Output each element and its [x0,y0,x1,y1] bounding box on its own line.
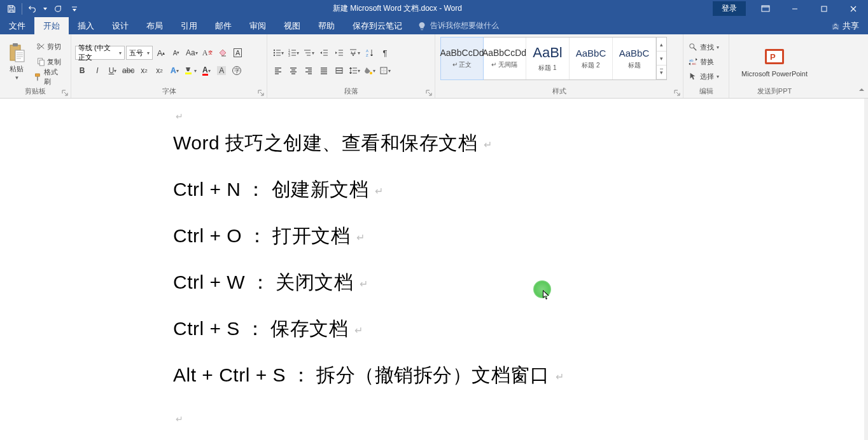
minimize-icon[interactable] [780,0,809,17]
font-color-icon[interactable]: A▾ [199,64,213,78]
font-name-combo[interactable]: 等线 (中文正文▾ [75,46,125,60]
highlight-icon[interactable]: ▾ [183,64,198,78]
shrink-font-icon[interactable]: A▾ [169,46,183,60]
doc-line-5: Ctrl + S ： 保存文档↵ [173,316,564,342]
numbering-icon[interactable]: 123▾ [286,46,300,60]
find-button[interactable]: 查找▾ [686,40,722,54]
redo-icon[interactable] [50,2,66,16]
svg-rect-4 [13,43,18,46]
format-painter-button[interactable]: 格式刷 [31,70,67,84]
tab-home[interactable]: 开始 [34,17,69,34]
multilevel-list-icon[interactable]: ▾ [302,46,316,60]
change-case-icon[interactable]: Aa▾ [185,46,199,60]
enclose-characters-icon[interactable]: 字 [230,64,244,78]
decrease-indent-icon[interactable] [317,46,331,60]
qat-customize-icon[interactable] [67,2,82,16]
tell-me-search[interactable]: 告诉我你想要做什么 [411,17,499,34]
doc-line-3: Ctrl + O ： 打开文档↵ [173,223,564,249]
replace-button[interactable]: abac替换 [686,55,722,69]
cut-button[interactable]: 剪切 [31,39,67,53]
quick-access-toolbar [0,2,82,16]
tab-review[interactable]: 审阅 [241,17,275,34]
group-label-paragraph: 段落 [267,86,435,98]
save-icon[interactable] [4,2,19,16]
tab-insert[interactable]: 插入 [69,17,103,34]
powerpoint-icon: P [764,46,785,67]
subscript-icon[interactable]: x2 [137,64,151,78]
styles-launcher-icon[interactable] [673,88,682,97]
share-icon [831,22,840,31]
tab-save-cloud[interactable]: 保存到云笔记 [344,17,411,34]
align-left-icon[interactable] [271,64,285,78]
share-button[interactable]: 共享 [822,17,868,34]
svg-text:A: A [366,49,368,53]
paragraph-launcher-icon[interactable] [424,88,433,97]
close-icon[interactable] [839,0,868,17]
font-size-combo[interactable]: 五号▾ [126,46,153,60]
style-heading1[interactable]: AaBl标题 1 [526,38,570,79]
bold-icon[interactable]: B [75,64,89,78]
svg-point-9 [274,50,275,51]
clear-formatting-icon[interactable] [216,46,230,60]
undo-dropdown-icon[interactable] [41,2,49,16]
align-center-icon[interactable] [286,64,300,78]
clipboard-launcher-icon[interactable] [60,88,69,97]
tab-mailings[interactable]: 邮件 [206,17,241,34]
justify-icon[interactable] [317,64,331,78]
line-spacing-icon[interactable]: ▾ [347,64,361,78]
show-paragraph-marks-icon[interactable]: ¶ [378,46,392,60]
bullets-icon[interactable]: ▾ [271,46,285,60]
paste-button[interactable]: 粘贴 ▼ [4,37,30,86]
tab-design[interactable]: 设计 [103,17,137,34]
asian-layout-icon[interactable]: ▾ [347,46,361,60]
underline-icon[interactable]: U▾ [106,64,120,78]
ppt-label: Microsoft PowerPoint [741,70,808,78]
undo-icon[interactable] [25,2,40,16]
style-title[interactable]: AaBbC标题 [613,38,656,79]
tab-layout[interactable]: 布局 [137,17,172,34]
text-effects-icon[interactable]: A▾ [167,64,181,78]
copy-button[interactable]: 复制 [31,55,67,69]
svg-point-11 [274,55,275,56]
distributed-icon[interactable] [332,64,346,78]
select-button[interactable]: 选择▾ [686,69,722,83]
lightbulb-icon [417,22,426,31]
document-area[interactable]: ↵ Word 技巧之创建、查看和保存文档↵ Ctrl + N ： 创建新文档↵ … [0,99,868,440]
gallery-down-icon[interactable]: ▾ [657,52,666,65]
superscript-icon[interactable]: x2 [152,64,166,78]
gallery-up-icon[interactable]: ▴ [657,38,666,52]
shading-icon[interactable]: ▾ [363,64,377,78]
character-shading-icon[interactable]: A [214,64,228,78]
style-normal[interactable]: AaBbCcDd↵ 正文 [440,37,484,80]
strikethrough-icon[interactable]: abc [121,64,136,78]
maximize-icon[interactable] [809,0,839,17]
tab-view[interactable]: 视图 [275,17,309,34]
group-editing: 查找▾ abac替换 选择▾ 编辑 [683,34,729,98]
tab-help[interactable]: 帮助 [309,17,344,34]
font-launcher-icon[interactable] [256,88,265,97]
sort-icon[interactable]: AZ [363,46,377,60]
vertical-scrollbar[interactable] [864,99,868,440]
style-heading2[interactable]: AaBbC标题 2 [570,38,613,79]
tab-file[interactable]: 文件 [0,17,34,34]
find-icon [689,43,697,52]
svg-point-19 [690,44,694,48]
ribbon-display-icon[interactable] [751,0,780,17]
svg-rect-2 [822,6,827,11]
login-button[interactable]: 登录 [713,1,746,16]
brush-icon [34,72,42,81]
character-border-icon[interactable]: A [231,46,245,60]
svg-rect-5 [15,50,24,62]
doc-line-4: Ctrl + W ： 关闭文档↵ [173,270,564,296]
italic-icon[interactable]: I [90,64,104,78]
tab-references[interactable]: 引用 [172,17,206,34]
gallery-more-icon[interactable]: ▾ [657,65,666,79]
phonetic-guide-icon[interactable]: A变 [200,46,214,60]
grow-font-icon[interactable]: A▴ [154,46,168,60]
align-right-icon[interactable] [302,64,316,78]
send-to-ppt-button[interactable]: P Microsoft PowerPoint [733,37,816,86]
collapse-ribbon-icon[interactable] [858,86,865,93]
borders-icon[interactable]: ▾ [378,64,392,78]
increase-indent-icon[interactable] [332,46,346,60]
style-no-spacing[interactable]: AaBbCcDd↵ 无间隔 [483,38,526,79]
